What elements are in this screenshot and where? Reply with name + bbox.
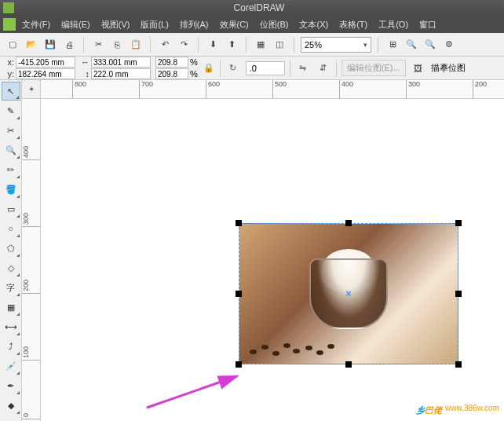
mirror-h-button[interactable]: ⇋ (295, 60, 311, 76)
scale-y-input[interactable] (155, 68, 188, 79)
open-button[interactable]: 📂 (24, 37, 39, 53)
connector-tool[interactable]: ⤴ (2, 337, 20, 356)
separator (220, 60, 221, 77)
menu-file[interactable]: 文件(F) (17, 17, 55, 32)
text-tool[interactable]: 字 (2, 278, 20, 297)
rotation-angle-input[interactable] (246, 61, 285, 75)
ruler-tick: 300 (22, 213, 40, 227)
import-button[interactable]: ⬇ (205, 37, 221, 53)
mirror-v-button[interactable]: ⇵ (316, 60, 331, 76)
menu-arrange[interactable]: 排列(A) (175, 17, 214, 32)
zoom-out-button[interactable]: 🔍 (422, 37, 438, 53)
polygon-tool[interactable]: ⬠ (2, 239, 20, 258)
redo-button[interactable]: ↷ (176, 37, 192, 53)
app-launcher-button[interactable]: ▦ (253, 37, 268, 53)
standard-toolbar: ▢ 📂 💾 🖨 ✂ ⎘ 📋 ↶ ↷ ⬇ ⬆ ▦ ◫ 25% ▾ ⊞ 🔍 🔍 ⚙ (0, 33, 504, 57)
menu-view[interactable]: 视图(V) (97, 17, 135, 32)
dimension-tool[interactable]: ⟷ (2, 317, 20, 336)
scale-group: % % (155, 57, 198, 79)
resize-handle-tc[interactable] (345, 220, 352, 226)
cut-button[interactable]: ✂ (90, 37, 106, 53)
selected-bitmap[interactable]: × (239, 223, 458, 364)
menu-layout[interactable]: 版面(L) (136, 17, 173, 32)
edit-bitmap-button[interactable]: 编辑位图(E)... (341, 60, 406, 76)
width-icon: ↔ (80, 57, 89, 67)
ellipse-tool[interactable]: ○ (2, 219, 20, 238)
crop-tool[interactable]: ✂ (2, 121, 20, 140)
menu-effects[interactable]: 效果(C) (215, 17, 254, 32)
resize-handle-br[interactable] (455, 361, 462, 368)
workspace: ↖ ✎ ✂ 🔍 ✏ 🪣 ▭ ○ ⬠ ◇ 字 ▦ ⟷ ⤴ 💉 ✒ ◆ ✦ 800 … (0, 80, 504, 421)
svg-line-0 (147, 376, 237, 408)
watermark-logo: 乡巴佬 (416, 397, 442, 418)
zoom-level-select[interactable]: 25% ▾ (301, 37, 371, 53)
shape-tool[interactable]: ✎ (2, 101, 20, 120)
watermark-url: www.386w.com (445, 404, 499, 412)
paste-button[interactable]: 📋 (128, 37, 144, 53)
undo-button[interactable]: ↶ (157, 37, 173, 53)
print-button[interactable]: 🖨 (61, 37, 77, 53)
height-icon: ↕ (80, 69, 89, 79)
resize-handle-mr[interactable] (455, 291, 462, 297)
menu-tools[interactable]: 工具(O) (374, 17, 413, 32)
snap-button[interactable]: ⊞ (385, 37, 400, 53)
height-input[interactable] (91, 68, 151, 79)
fill-tool[interactable]: ◆ (2, 396, 20, 415)
drawing-canvas[interactable]: × 乡巴佬 www.386w.com (41, 99, 504, 421)
zoom-in-button[interactable]: 🔍 (404, 37, 419, 53)
app-menu-icon[interactable] (3, 18, 16, 31)
save-button[interactable]: 💾 (42, 37, 58, 53)
resize-handle-tr[interactable] (455, 220, 462, 226)
ruler-tick: 400 (22, 146, 40, 160)
lock-ratio-button[interactable]: 🔒 (203, 63, 215, 73)
zoom-tool[interactable]: 🔍 (2, 141, 20, 159)
menu-window[interactable]: 窗口 (415, 17, 441, 32)
export-button[interactable]: ⬆ (224, 37, 239, 53)
resize-handle-bc[interactable] (345, 361, 352, 368)
watermark-text: 乡 (416, 405, 425, 415)
freehand-tool[interactable]: ✏ (2, 160, 20, 179)
menu-bitmaps[interactable]: 位图(B) (255, 17, 294, 32)
welcome-button[interactable]: ◫ (272, 37, 287, 53)
separator (336, 60, 337, 77)
position-group: x: y: (5, 57, 75, 79)
separator (150, 37, 151, 53)
zoom-value: 25% (305, 40, 322, 49)
horizontal-ruler[interactable]: 800 700 600 500 400 300 200 (41, 80, 504, 99)
y-position-input[interactable] (16, 68, 75, 79)
vertical-ruler[interactable]: 400 300 200 100 0 (22, 99, 41, 421)
scale-x-input[interactable] (155, 57, 188, 68)
canvas-area: ✦ 800 700 600 500 400 300 200 400 300 20… (22, 80, 504, 421)
new-button[interactable]: ▢ (5, 37, 20, 53)
resize-handle-bl[interactable] (236, 361, 242, 368)
menu-table[interactable]: 表格(T) (334, 17, 372, 32)
ruler-tick: 200 (473, 80, 487, 98)
ruler-tick: 0 (22, 413, 40, 419)
basic-shapes-tool[interactable]: ◇ (2, 258, 20, 277)
resize-handle-tl[interactable] (236, 220, 242, 226)
rectangle-tool[interactable]: ▭ (2, 200, 20, 218)
size-group: ↔ ↕ (80, 57, 151, 79)
smart-fill-tool[interactable]: 🪣 (2, 180, 20, 199)
ruler-origin[interactable]: ✦ (22, 80, 41, 99)
trace-bitmap-icon: 🖼 (411, 60, 426, 76)
ruler-tick: 800 (72, 80, 86, 98)
width-input[interactable] (91, 57, 151, 68)
app-icon (3, 2, 14, 13)
watermark-text: 巴佬 (425, 405, 442, 415)
outline-tool[interactable]: ✒ (2, 376, 20, 395)
ruler-tick: 300 (406, 80, 420, 98)
trace-bitmap-button[interactable]: 描摹位图 (431, 62, 466, 74)
x-position-input[interactable] (16, 57, 75, 68)
pick-tool[interactable]: ↖ (2, 82, 20, 101)
options-button[interactable]: ⚙ (441, 37, 457, 53)
image-content (246, 334, 340, 357)
selection-center-icon[interactable]: × (345, 288, 351, 299)
resize-handle-ml[interactable] (236, 291, 242, 297)
copy-button[interactable]: ⎘ (109, 37, 125, 53)
table-tool[interactable]: ▦ (2, 298, 20, 317)
menu-text[interactable]: 文本(X) (294, 17, 333, 32)
menu-edit[interactable]: 编辑(E) (57, 17, 95, 32)
eyedropper-tool[interactable]: 💉 (2, 357, 20, 375)
x-label: x: (5, 57, 14, 67)
